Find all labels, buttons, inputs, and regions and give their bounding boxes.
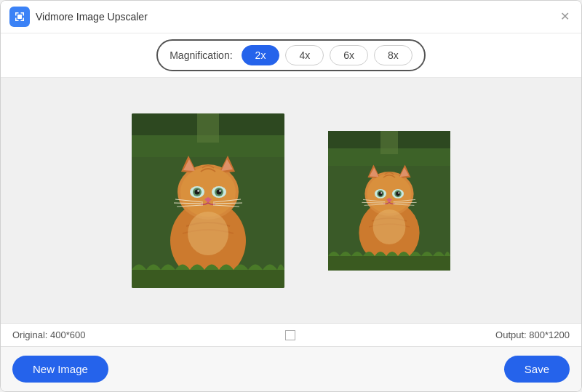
magnification-label: Magnification: [170,49,232,61]
image-area [1,78,581,323]
mag-btn-8x[interactable]: 8x [374,45,412,65]
footer: New Image Save [1,346,581,391]
original-cat-image [132,113,284,288]
svg-point-17 [217,189,222,194]
output-image-panel [328,124,450,277]
svg-rect-34 [132,270,284,288]
svg-point-46 [367,174,412,213]
app-icon [9,7,30,27]
new-image-button[interactable]: New Image [12,356,108,383]
svg-point-70 [373,209,406,244]
title-bar-left: Vidmore Image Upscaler [9,7,148,27]
app-window: Vidmore Image Upscaler ✕ Magnification: … [0,0,582,392]
output-cat-image [328,124,450,277]
mag-btn-2x[interactable]: 2x [242,45,280,65]
app-icon-svg [13,10,26,23]
magnification-container: Magnification: 2x 4x 6x 8x [156,39,426,71]
output-image-frame [328,124,450,277]
svg-point-54 [398,192,399,193]
svg-rect-4 [197,113,219,143]
close-button[interactable]: ✕ [557,8,573,25]
original-image-panel [132,113,284,288]
svg-point-16 [195,189,200,194]
compare-checkbox[interactable] [285,330,295,340]
svg-point-52 [396,191,400,196]
svg-point-19 [219,190,220,191]
svg-point-51 [378,191,383,196]
original-size-label: Original: 400*600 [12,329,85,340]
save-button[interactable]: Save [504,356,570,383]
svg-point-11 [180,167,236,217]
svg-point-53 [380,192,382,193]
output-size-label: Output: 800*1200 [495,329,570,340]
magnification-bar: Magnification: 2x 4x 6x 8x [1,33,581,78]
svg-point-18 [197,190,199,191]
svg-rect-0 [17,15,22,19]
status-bar: Original: 400*600 Output: 800*1200 [1,323,581,346]
mag-btn-6x[interactable]: 6x [330,45,368,65]
svg-rect-69 [328,256,450,271]
compare-checkbox-container [285,330,295,340]
title-bar: Vidmore Image Upscaler ✕ [1,1,581,33]
app-title: Vidmore Image Upscaler [36,11,148,23]
svg-point-35 [188,212,228,255]
svg-rect-39 [380,131,398,154]
mag-btn-4x[interactable]: 4x [285,45,324,65]
original-image-frame [132,113,284,288]
